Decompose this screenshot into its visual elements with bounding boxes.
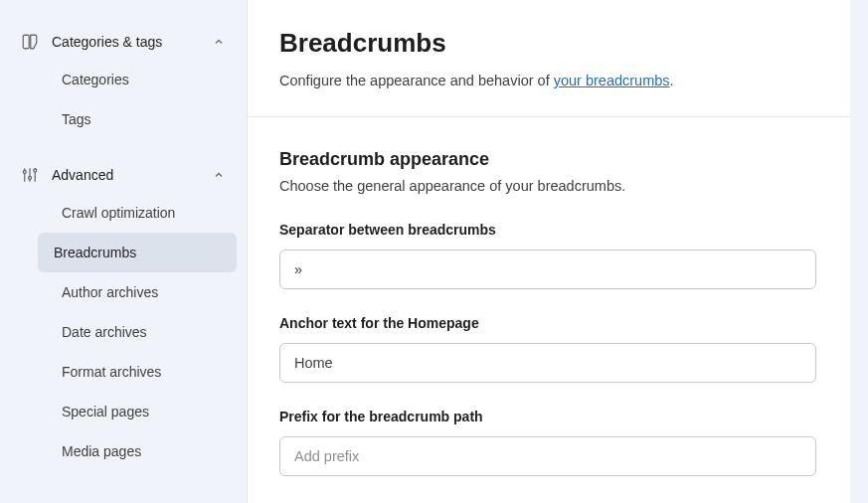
main-content: Breadcrumbs Configure the appearance and… <box>247 0 868 503</box>
field-prefix: Prefix for the breadcrumb path <box>279 409 836 476</box>
page-description: Configure the appearance and behavior of… <box>279 73 836 88</box>
appearance-section: Breadcrumb appearance Choose the general… <box>248 117 868 476</box>
nav-section-advanced: Advanced Crawl optimization Breadcrumbs … <box>0 157 247 471</box>
sliders-icon <box>20 165 40 185</box>
anchor-input[interactable] <box>279 343 816 383</box>
sidebar-item-crawl-optimization[interactable]: Crawl optimization <box>8 193 239 233</box>
sidebar-item-format-archives[interactable]: Format archives <box>8 352 239 392</box>
field-separator: Separator between breadcrumbs <box>279 222 836 289</box>
nav-header-label: Advanced <box>52 167 211 183</box>
sidebar: Categories & tags Categories Tags Advanc… <box>0 0 247 503</box>
page-desc-suffix: . <box>670 73 674 88</box>
sidebar-item-media-pages[interactable]: Media pages <box>8 431 239 471</box>
section-description: Choose the general appearance of your br… <box>279 178 836 194</box>
field-label-prefix: Prefix for the breadcrumb path <box>279 409 836 424</box>
sidebar-item-breadcrumbs[interactable]: Breadcrumbs <box>38 233 237 272</box>
nav-header-categories-tags[interactable]: Categories & tags <box>0 24 247 60</box>
sidebar-item-author-archives[interactable]: Author archives <box>8 272 239 312</box>
svg-point-6 <box>34 169 37 172</box>
nav-sub-advanced: Crawl optimization Breadcrumbs Author ar… <box>0 193 247 471</box>
nav-section-categories-tags: Categories & tags Categories Tags <box>0 24 247 139</box>
nav-header-advanced[interactable]: Advanced <box>0 157 247 193</box>
field-label-anchor: Anchor text for the Homepage <box>279 315 836 331</box>
sidebar-item-tags[interactable]: Tags <box>8 99 239 139</box>
chevron-up-icon <box>211 167 227 183</box>
chevron-up-icon <box>211 34 227 50</box>
section-title: Breadcrumb appearance <box>279 149 836 170</box>
nav-sub-categories-tags: Categories Tags <box>0 60 247 139</box>
tag-shape-icon <box>20 32 40 52</box>
separator-input[interactable] <box>279 250 816 289</box>
svg-point-2 <box>23 171 26 174</box>
nav-header-label: Categories & tags <box>52 34 211 50</box>
prefix-input[interactable] <box>279 436 816 476</box>
page-header: Breadcrumbs Configure the appearance and… <box>248 0 868 117</box>
breadcrumbs-link[interactable]: your breadcrumbs <box>554 73 670 88</box>
svg-point-4 <box>29 177 32 180</box>
page-title: Breadcrumbs <box>279 28 836 59</box>
page-desc-prefix: Configure the appearance and behavior of <box>279 73 554 88</box>
sidebar-item-categories[interactable]: Categories <box>8 60 239 99</box>
right-edge-strip <box>850 0 868 503</box>
field-label-separator: Separator between breadcrumbs <box>279 222 836 238</box>
field-anchor: Anchor text for the Homepage <box>279 315 836 383</box>
sidebar-item-date-archives[interactable]: Date archives <box>8 312 239 352</box>
svg-rect-0 <box>23 35 29 49</box>
sidebar-item-special-pages[interactable]: Special pages <box>8 392 239 431</box>
